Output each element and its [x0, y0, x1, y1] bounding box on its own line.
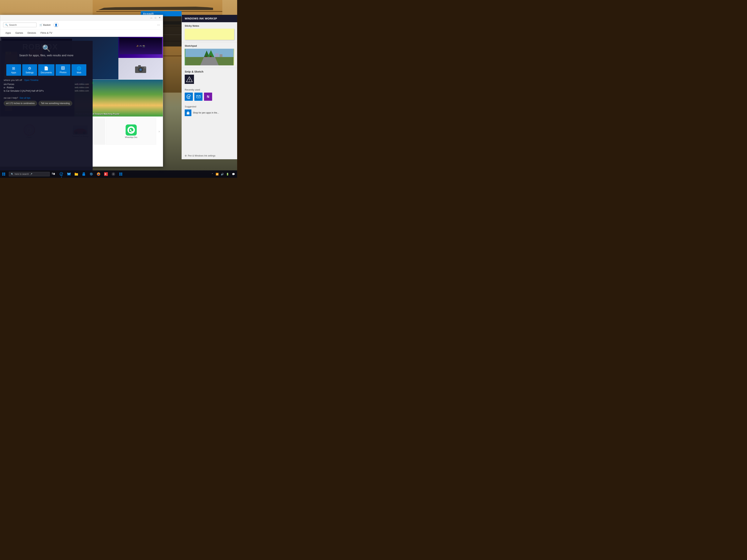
- svg-rect-26: [2, 172, 3, 174]
- documents-quick-btn[interactable]: 📄 Documents: [38, 64, 55, 76]
- taskbar-firefox[interactable]: [95, 170, 102, 178]
- tray-battery-icon[interactable]: 🔋: [225, 173, 230, 176]
- pen-settings-button[interactable]: ⚙ Pen & Windows Ink settings: [182, 152, 237, 159]
- sticky-note-preview[interactable]: [185, 29, 234, 40]
- open-timeline-link[interactable]: Open Timeline: [24, 79, 38, 81]
- timeline-url-3: web.roblox.com: [75, 90, 89, 92]
- hero-sale-card[interactable]: ✨ 🎮 📸 Sale: Create, capture and play: [119, 37, 163, 58]
- basket-button[interactable]: 🛒 Basket: [40, 24, 51, 26]
- help-chip-interesting[interactable]: Tell me something interesting: [38, 101, 72, 106]
- maximize-button[interactable]: □: [154, 16, 157, 20]
- svg-point-4: [140, 69, 141, 70]
- suggested-label: Suggested: [185, 105, 234, 108]
- search-label: Search: [9, 24, 17, 26]
- next-arrow[interactable]: ›: [157, 118, 161, 144]
- taskbar-edge[interactable]: [58, 170, 65, 178]
- user-account-button[interactable]: 👤: [54, 22, 59, 28]
- sticky-notes-label: Sticky Notes: [185, 24, 234, 27]
- svg-rect-25: [187, 112, 189, 114]
- store-titlebar: — □ ✕: [0, 15, 163, 21]
- taskbar-store[interactable]: [80, 170, 87, 178]
- help-section: ow can I help? See all tips ert 172 inch…: [0, 94, 93, 107]
- whatsapp-card[interactable]: WhatsApp Des: [106, 118, 156, 144]
- whatsapp-label: WhatsApp Des: [125, 136, 137, 138]
- nav-devices[interactable]: Devices: [25, 30, 38, 36]
- photos-btn-label: Photos: [60, 71, 67, 74]
- svg-rect-51: [121, 174, 122, 176]
- svg-rect-16: [210, 56, 212, 57]
- suggested-text: Shop for pen apps in the...: [193, 111, 219, 114]
- settings-icon: ⚙: [28, 66, 31, 71]
- snip-icon-svg: [186, 76, 193, 83]
- svg-rect-19: [215, 53, 219, 57]
- help-chips: ert 172 inches to centimetres Tell me so…: [4, 101, 89, 106]
- onenote-letter: N: [207, 95, 209, 99]
- minimize-button[interactable]: —: [150, 16, 153, 20]
- windows-logo-icon: [2, 172, 5, 176]
- timeline-item-3: ts Car Simulator 3 [ALPHA] Half off GP's…: [4, 90, 89, 92]
- timeline-label: where you left off Open Timeline: [4, 79, 89, 81]
- apps-quick-btn[interactable]: ⊞ Apps: [6, 64, 21, 76]
- tray-arrow-up[interactable]: ⌃: [211, 173, 214, 176]
- timeline-url-2: web.roblox.com: [75, 86, 89, 89]
- action-center-icon[interactable]: 💬: [231, 173, 236, 176]
- more-options-button[interactable]: ···: [157, 23, 160, 27]
- task-view-button[interactable]: [50, 170, 57, 178]
- taskbar-explorer[interactable]: [73, 170, 80, 178]
- pen-settings-label: Pen & Windows Ink settings: [188, 155, 215, 157]
- taskbar-roblox[interactable]: R: [102, 170, 110, 178]
- tray-network-icon[interactable]: 📶: [215, 173, 220, 176]
- whatsapp-logo: [129, 127, 134, 133]
- taskbar-mail[interactable]: [65, 170, 73, 178]
- sketchable-card[interactable]: Sketchable: [119, 58, 163, 79]
- svg-rect-15: [205, 56, 207, 57]
- recently-used-label: Recently used: [185, 88, 234, 91]
- see-all-tips-link[interactable]: See all tips: [20, 97, 30, 99]
- recently-used-edge[interactable]: [185, 92, 193, 101]
- photos-quick-btn[interactable]: 🖼 Photos: [56, 64, 70, 76]
- system-tray: ⌃ 📶 🔊 🔋 💬: [211, 173, 237, 176]
- help-chip-convert[interactable]: ert 172 inches to centimetres: [4, 101, 37, 106]
- timeline-item-1: om Forces web.roblox.com: [4, 83, 89, 85]
- sketchpad-thumbnail[interactable]: [185, 49, 234, 65]
- store-nav: Apps Games Devices Films & TV: [0, 29, 163, 37]
- search-box[interactable]: 🔍 Search: [3, 23, 36, 27]
- web-icon: 🌐: [77, 66, 81, 71]
- taskbar-search-placeholder: here to search: [15, 173, 29, 176]
- close-button[interactable]: ✕: [158, 16, 161, 20]
- svg-rect-49: [121, 172, 122, 174]
- photos-icon: 🖼: [61, 66, 65, 70]
- nav-games[interactable]: Games: [13, 30, 25, 36]
- recently-used-apps: N: [185, 92, 234, 101]
- ink-workspace-title: WINDOWS INK WORKSP: [185, 17, 217, 20]
- tray-volume-icon[interactable]: 🔊: [220, 173, 225, 176]
- taskbar-steam[interactable]: [87, 170, 95, 178]
- settings-taskbar-icon: [111, 172, 115, 176]
- snip-sketch-icon[interactable]: [185, 75, 194, 84]
- taskbar-extra[interactable]: [117, 170, 125, 178]
- suggested-item-1[interactable]: Shop for pen apps in the...: [185, 109, 234, 116]
- apps-icon: ⊞: [12, 66, 15, 71]
- cortana-search-icon: 🔍: [4, 45, 89, 52]
- recently-used-mail[interactable]: [194, 92, 203, 101]
- settings-quick-btn[interactable]: ⚙ Settings: [22, 64, 37, 76]
- web-quick-btn[interactable]: 🌐 Web: [72, 64, 86, 76]
- apps-btn-label: Apps: [11, 71, 16, 74]
- start-button[interactable]: [0, 170, 7, 178]
- sketchpad-preview: [185, 49, 234, 65]
- nav-apps[interactable]: Apps: [3, 30, 13, 36]
- sketchpad-label: Sketchpad: [185, 45, 234, 47]
- timeline-title-3: ts Car Simulator 3 [ALPHA] Half off GP's: [4, 90, 44, 92]
- svg-rect-40: [84, 174, 85, 175]
- extra-taskbar-icon: [119, 172, 123, 176]
- taskbar-settings[interactable]: [110, 170, 117, 178]
- svg-rect-48: [119, 172, 121, 174]
- nav-films[interactable]: Films & TV: [38, 30, 54, 36]
- recently-used-onenote[interactable]: N: [204, 92, 212, 101]
- timeline-section: where you left off Open Timeline om Forc…: [0, 76, 93, 94]
- suggested-store-icon: [185, 109, 191, 116]
- edge-icon: [186, 94, 191, 99]
- svg-rect-28: [2, 174, 3, 176]
- timeline-title-1: om Forces: [4, 83, 14, 85]
- taskbar-search-box[interactable]: 🔍 here to search 🎤: [9, 172, 50, 176]
